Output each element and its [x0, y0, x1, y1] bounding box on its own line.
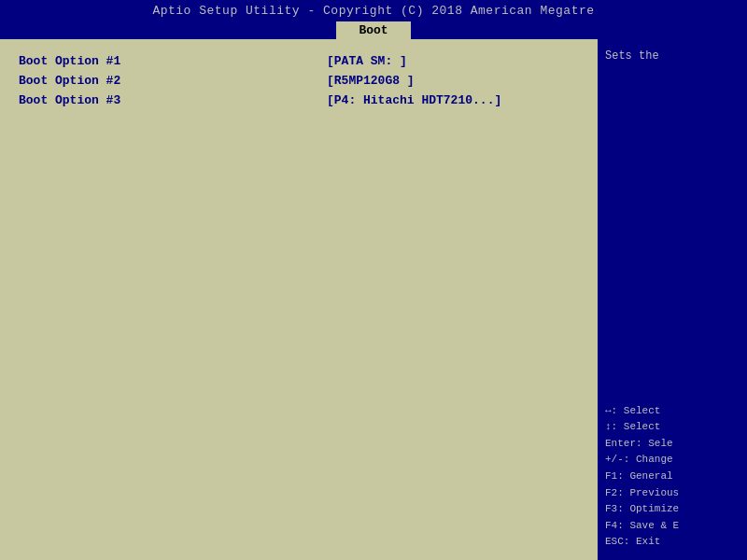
nav-item-f2: F2: Previous — [605, 485, 740, 502]
navigation-help: ↔: Select ↕: Select Enter: Sele +/-: Cha… — [605, 403, 740, 551]
left-panel: Boot Option #1 Boot Option #2 Boot Optio… — [0, 39, 317, 560]
help-text: Sets the — [605, 49, 740, 64]
bios-screen: Aptio Setup Utility - Copyright (C) 2018… — [0, 0, 747, 560]
nav-item-change: +/-: Change — [605, 452, 740, 469]
boot-option-1-label[interactable]: Boot Option #1 — [19, 54, 299, 68]
nav-item-select-lr: ↔: Select — [605, 403, 740, 420]
boot-option-2-value: [R5MP120G8 ] — [327, 74, 588, 88]
nav-item-select-ud: ↕: Select — [605, 419, 740, 436]
boot-tab[interactable]: Boot — [336, 21, 410, 39]
title-bar: Aptio Setup Utility - Copyright (C) 2018… — [0, 0, 747, 21]
boot-options-list: Boot Option #1 Boot Option #2 Boot Optio… — [19, 54, 299, 107]
nav-item-esc: ESC: Exit — [605, 534, 740, 551]
right-panel: Sets the ↔: Select ↕: Select Enter: Sele… — [598, 39, 747, 560]
nav-item-f4: F4: Save & E — [605, 518, 740, 535]
nav-item-f1: F1: General — [605, 469, 740, 485]
title-text: Aptio Setup Utility - Copyright (C) 2018… — [152, 4, 594, 18]
nav-item-enter: Enter: Sele — [605, 436, 740, 453]
main-content: Boot Option #1 Boot Option #2 Boot Optio… — [0, 39, 747, 560]
nav-item-f3: F3: Optimize — [605, 501, 740, 518]
boot-option-1-value: [PATA SM: ] — [327, 54, 588, 68]
boot-option-3-label[interactable]: Boot Option #3 — [19, 93, 299, 107]
boot-option-2-label[interactable]: Boot Option #2 — [19, 74, 299, 88]
center-panel: [PATA SM: ] [R5MP120G8 ] [P4: Hitachi HD… — [317, 39, 598, 560]
boot-option-3-value: [P4: Hitachi HDT7210...] — [327, 93, 588, 107]
tab-bar: Boot — [0, 21, 747, 39]
